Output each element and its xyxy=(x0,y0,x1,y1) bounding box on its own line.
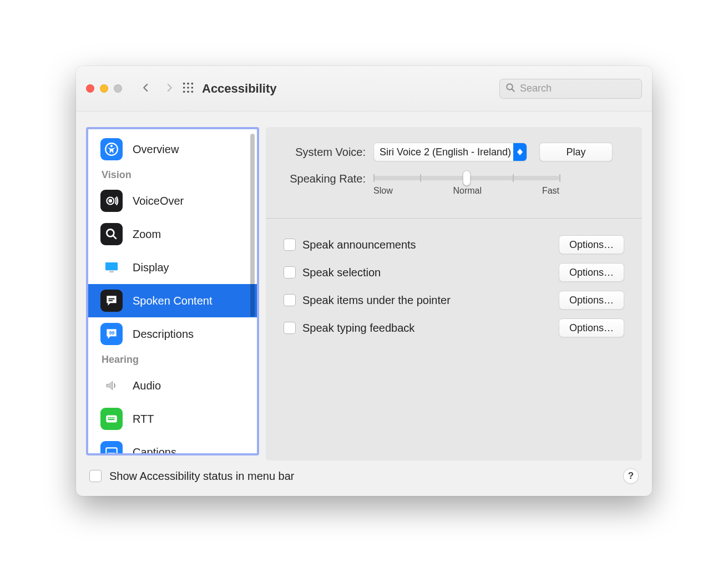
help-button[interactable]: ? xyxy=(623,468,639,484)
play-button[interactable]: Play xyxy=(539,143,613,161)
speak-selection-options-button[interactable]: Options… xyxy=(559,263,624,282)
sidebar-item-label: Display xyxy=(133,261,169,274)
page-title: Accessibility xyxy=(202,82,277,96)
sidebar-item-descriptions[interactable]: 99 Descriptions xyxy=(88,317,257,351)
svg-rect-18 xyxy=(109,271,114,273)
svg-rect-26 xyxy=(113,417,114,418)
sidebar-item-voiceover[interactable]: VoiceOver xyxy=(88,184,257,217)
show-all-icon[interactable] xyxy=(182,82,194,96)
svg-marker-31 xyxy=(517,152,523,155)
speak-typing-label: Speak typing feedback xyxy=(302,322,414,335)
sidebar-section-hearing: Hearing xyxy=(88,351,257,369)
svg-point-0 xyxy=(183,82,185,84)
svg-text:99: 99 xyxy=(109,330,115,336)
preferences-window: Accessibility Overview Vision xyxy=(76,66,652,496)
svg-rect-25 xyxy=(112,417,113,418)
option-speak-typing: Speak typing feedback Options… xyxy=(284,314,624,342)
system-voice-popup[interactable]: Siri Voice 2 (English - Ireland) xyxy=(373,143,527,161)
captions-icon xyxy=(100,441,123,453)
rtt-icon xyxy=(100,408,123,430)
speak-typing-checkbox[interactable] xyxy=(284,322,296,334)
sidebar-section-vision: Vision xyxy=(88,166,257,184)
speak-announcements-options-button[interactable]: Options… xyxy=(559,235,624,254)
svg-rect-27 xyxy=(108,419,115,420)
sidebar-item-captions[interactable]: Captions xyxy=(88,436,257,453)
nav-arrows xyxy=(141,83,174,95)
accessibility-icon xyxy=(100,138,123,160)
sidebar-item-spoken-content[interactable]: Spoken Content xyxy=(88,284,257,317)
search-input[interactable] xyxy=(520,83,636,94)
svg-point-5 xyxy=(191,87,194,89)
footer: Show Accessibility status in menu bar ? xyxy=(76,460,652,496)
svg-point-3 xyxy=(183,87,185,89)
speak-announcements-label: Speak announcements xyxy=(302,239,416,251)
system-voice-value: Siri Voice 2 (English - Ireland) xyxy=(380,146,511,158)
speaking-rate-label: Speaking Rate: xyxy=(284,173,366,185)
slider-thumb[interactable] xyxy=(463,170,471,186)
sidebar-item-overview[interactable]: Overview xyxy=(88,133,257,166)
svg-point-12 xyxy=(110,145,113,147)
spoken-content-icon xyxy=(100,290,123,312)
sidebar-item-label: VoiceOver xyxy=(133,195,184,207)
svg-line-16 xyxy=(113,235,117,239)
speaking-rate-slider[interactable]: Slow Normal Fast xyxy=(373,173,559,196)
titlebar: Accessibility xyxy=(76,66,652,112)
svg-point-8 xyxy=(191,90,194,93)
speak-pointer-checkbox[interactable] xyxy=(284,294,296,306)
svg-point-1 xyxy=(187,82,189,84)
sidebar-item-rtt[interactable]: RTT xyxy=(88,402,257,436)
svg-rect-23 xyxy=(108,417,109,418)
audio-icon xyxy=(100,374,123,397)
svg-rect-17 xyxy=(105,262,118,270)
zoom-icon xyxy=(100,223,123,245)
system-voice-label: System Voice: xyxy=(284,146,366,159)
display-icon xyxy=(100,256,123,279)
speak-selection-checkbox[interactable] xyxy=(284,266,296,279)
search-field[interactable] xyxy=(499,79,642,99)
search-icon xyxy=(505,83,515,95)
option-speak-selection: Speak selection Options… xyxy=(284,259,624,286)
svg-point-6 xyxy=(183,90,185,93)
sidebar-item-zoom[interactable]: Zoom xyxy=(88,217,257,251)
forward-button[interactable] xyxy=(164,83,174,95)
speak-announcements-checkbox[interactable] xyxy=(284,239,296,251)
speak-pointer-options-button[interactable]: Options… xyxy=(559,291,624,310)
svg-rect-19 xyxy=(109,298,115,300)
svg-point-4 xyxy=(187,87,189,89)
slider-track[interactable] xyxy=(373,176,559,180)
sidebar-item-label: RTT xyxy=(133,413,154,426)
slider-label-fast: Fast xyxy=(542,186,559,196)
minimize-window-button[interactable] xyxy=(100,84,108,93)
help-icon: ? xyxy=(628,470,634,482)
speak-selection-label: Speak selection xyxy=(302,266,381,279)
sidebar-item-label: Descriptions xyxy=(133,328,194,341)
option-speak-announcements: Speak announcements Options… xyxy=(284,231,624,259)
svg-point-2 xyxy=(191,82,194,84)
speak-typing-options-button[interactable]: Options… xyxy=(559,318,624,337)
voiceover-icon xyxy=(100,190,123,212)
svg-rect-20 xyxy=(109,300,113,301)
zoom-window-button[interactable] xyxy=(114,84,122,93)
svg-rect-29 xyxy=(108,453,115,453)
slider-label-slow: Slow xyxy=(373,186,393,196)
svg-point-14 xyxy=(109,200,112,202)
svg-point-7 xyxy=(187,90,189,93)
option-speak-pointer: Speak items under the pointer Options… xyxy=(284,286,624,314)
sidebar-item-label: Overview xyxy=(133,143,179,156)
sidebar: Overview Vision VoiceOver Zoom xyxy=(86,127,259,455)
popup-arrows-icon xyxy=(513,143,527,161)
content-pane: System Voice: Siri Voice 2 (English - Ir… xyxy=(266,127,642,460)
divider xyxy=(266,218,642,219)
menubar-status-checkbox[interactable] xyxy=(89,470,102,482)
sidebar-item-audio[interactable]: Audio xyxy=(88,369,257,402)
menubar-status-label: Show Accessibility status in menu bar xyxy=(109,470,295,483)
close-window-button[interactable] xyxy=(86,84,94,93)
sidebar-item-label: Audio xyxy=(133,379,161,392)
svg-rect-24 xyxy=(110,417,111,418)
back-button[interactable] xyxy=(141,83,151,95)
sidebar-item-display[interactable]: Display xyxy=(88,251,257,284)
descriptions-icon: 99 xyxy=(100,323,123,345)
sidebar-scrollbar[interactable] xyxy=(250,134,255,317)
sidebar-item-label: Zoom xyxy=(133,228,161,241)
sidebar-item-label: Captions xyxy=(133,446,176,454)
